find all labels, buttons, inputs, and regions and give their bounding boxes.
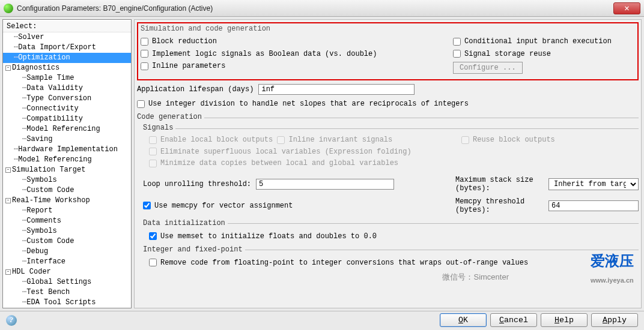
tree-item[interactable]: ⋯Symbols xyxy=(3,175,131,185)
sim-codegen-group: Simulation and code generation Block red… xyxy=(137,22,639,80)
lifespan-label: Application lifespan (days) xyxy=(137,85,254,94)
codegen-title: Code generation xyxy=(137,113,202,121)
tree-item[interactable]: ⋯Custom Code xyxy=(3,236,131,247)
window-title: Configuration Parameters: B70_engine/Con… xyxy=(17,4,613,13)
eliminate-label: Eliminate superfluous local variables (E… xyxy=(160,148,412,156)
tree-item[interactable]: ⋯Interface xyxy=(3,257,131,267)
cancel-button[interactable]: Cancel xyxy=(490,313,537,327)
tree-item[interactable]: ⋯Compatibility xyxy=(3,114,131,124)
tree-panel: Select: ⋯Solver⋯Data Import/Export⋯Optim… xyxy=(2,19,132,308)
block-reduction-label: Block reduction xyxy=(152,37,217,46)
tree-item[interactable]: -Real-Time Workshop xyxy=(3,196,131,206)
datainit-title: Data initialization xyxy=(143,219,225,227)
memcpy-thresh-label: Memcpy threshold (bytes): xyxy=(455,197,544,214)
enable-local-checkbox xyxy=(149,136,157,144)
minimize-checkbox xyxy=(149,160,157,167)
inline-invariant-checkbox xyxy=(277,136,285,144)
integer-div-label: Use integer division to handle net slope… xyxy=(148,100,469,108)
implement-logic-label: Implement logic signals as Boolean data … xyxy=(152,50,377,58)
eliminate-checkbox xyxy=(149,148,157,155)
reuse-checkbox xyxy=(461,136,469,144)
conditional-branch-checkbox[interactable] xyxy=(453,38,461,46)
remove-fp-label: Remove code from floating-point to integ… xyxy=(160,259,528,267)
watermark-wechat: 微信号：Simcenter xyxy=(442,272,509,283)
help-button[interactable]: Help xyxy=(541,313,588,327)
signals-title: Signals xyxy=(143,124,173,132)
tree-item[interactable]: ⋯Hardware Implementation xyxy=(3,145,131,155)
tree-item[interactable]: ⋯Global Settings xyxy=(3,277,131,287)
configure-button[interactable]: Configure ... xyxy=(453,62,523,74)
tree-item[interactable]: ⋯Data Validity xyxy=(3,83,131,94)
tree-item[interactable]: ⋯Data Import/Export xyxy=(3,43,131,53)
tree-item[interactable]: ⋯Sample Time xyxy=(3,73,131,83)
memcpy-checkbox[interactable] xyxy=(143,202,151,209)
conditional-branch-label: Conditional input branch execution xyxy=(464,37,612,46)
remove-fp-checkbox[interactable] xyxy=(149,259,157,266)
sim-title: Simulation and code generation xyxy=(141,25,635,33)
tree-item[interactable]: ⋯Solver xyxy=(3,32,131,43)
tree-item[interactable]: ⋯Type Conversion xyxy=(3,94,131,104)
tree-item[interactable]: ⋯Symbols xyxy=(3,226,131,236)
help-icon[interactable]: ? xyxy=(6,315,17,326)
tree-item[interactable]: ⋯Custom Code xyxy=(3,185,131,196)
inline-params-checkbox[interactable] xyxy=(141,62,148,70)
enable-local-label: Enable local block outputs xyxy=(160,136,273,144)
tree-item[interactable]: ⋯Debug xyxy=(3,247,131,257)
tree-item[interactable]: -Simulation Target xyxy=(3,165,131,175)
ok-button[interactable]: OOKK xyxy=(440,313,487,327)
lifespan-input[interactable] xyxy=(258,84,415,95)
tree-item[interactable]: ⋯Report xyxy=(3,206,131,216)
reuse-label: Reuse block outputs xyxy=(473,136,555,144)
tree-item[interactable]: ⋯EDA Tool Scripts xyxy=(3,298,131,308)
max-stack-select[interactable]: Inherit from target xyxy=(548,178,639,190)
tree-item[interactable]: ⋯Model Referencing xyxy=(3,124,131,134)
intfixed-title: Integer and fixed-point xyxy=(143,245,243,254)
memset-label: Use memset to initialize floats and doub… xyxy=(160,232,377,241)
tree-item[interactable]: ⋯Saving xyxy=(3,134,131,145)
close-button[interactable]: ✕ xyxy=(613,2,640,14)
tree-header: Select: xyxy=(3,21,131,32)
memcpy-thresh-input[interactable] xyxy=(548,200,639,211)
tree-item[interactable]: ⋯Optimization xyxy=(3,53,131,63)
signal-storage-checkbox[interactable] xyxy=(453,50,461,58)
memcpy-label: Use memcpy for vector assignment xyxy=(154,202,293,210)
block-reduction-checkbox[interactable] xyxy=(141,38,148,46)
app-icon xyxy=(4,4,13,13)
tree-item[interactable]: -HDL Coder xyxy=(3,267,131,277)
footer: ? OOKK Cancel Help Apply xyxy=(0,311,644,329)
tree-item[interactable]: ⋯Model Referencing xyxy=(3,155,131,165)
titlebar: Configuration Parameters: B70_engine/Con… xyxy=(0,0,644,17)
inline-invariant-label: Inline invariant signals xyxy=(288,136,392,144)
apply-button[interactable]: Apply xyxy=(591,313,638,327)
tree-item[interactable]: -Diagnostics xyxy=(3,63,131,73)
memset-checkbox[interactable] xyxy=(149,232,157,240)
inline-params-label: Inline parameters xyxy=(152,62,225,70)
tree-item[interactable]: ⋯Test Bench xyxy=(3,287,131,298)
loop-label: Loop unrolling threshold: xyxy=(143,180,251,188)
minimize-label: Minimize data copies between local and g… xyxy=(160,159,398,167)
tree-item[interactable]: ⋯Connectivity xyxy=(3,104,131,114)
implement-logic-checkbox[interactable] xyxy=(141,50,148,58)
integer-div-checkbox[interactable] xyxy=(137,100,145,108)
max-stack-label: Maximum stack size (bytes): xyxy=(455,176,544,193)
tree-item[interactable]: ⋯Comments xyxy=(3,216,131,226)
content-panel: Simulation and code generation Block red… xyxy=(134,19,642,308)
signal-storage-label: Signal storage reuse xyxy=(464,50,551,58)
loop-input[interactable] xyxy=(256,179,394,190)
